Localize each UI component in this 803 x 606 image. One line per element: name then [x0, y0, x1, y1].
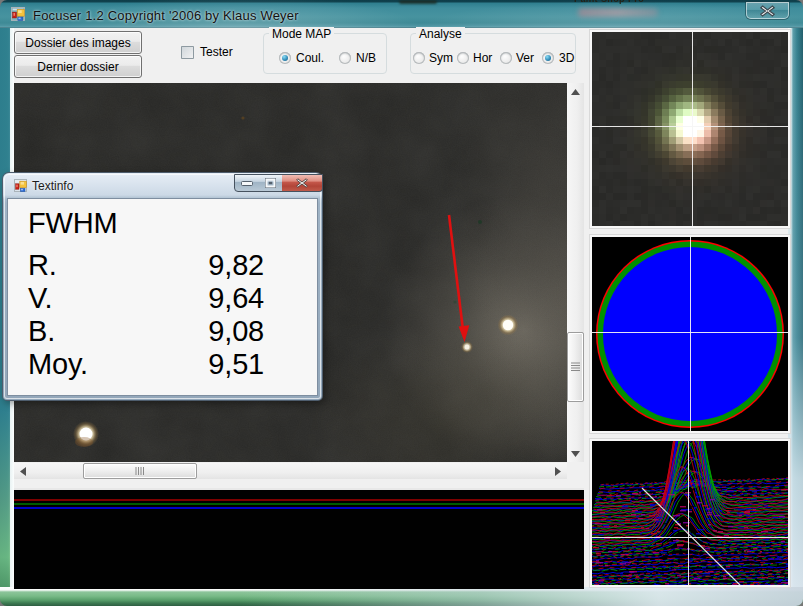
radio-hor-label: Hor	[473, 51, 492, 65]
close-icon	[296, 178, 308, 188]
profile-line-blue	[14, 507, 584, 509]
fwhm-label-b: B.	[28, 315, 55, 348]
profile-line-green	[14, 503, 584, 505]
tester-checkbox[interactable]	[181, 46, 194, 59]
radio-3d-label: 3D	[559, 51, 574, 65]
fwhm-value-moy: 9,51	[204, 348, 264, 381]
arrow-down-icon	[571, 451, 580, 457]
radio-3d[interactable]	[542, 52, 554, 64]
analyse-group-label: Analyse	[416, 27, 465, 41]
tester-checkbox-label: Tester	[200, 45, 233, 59]
textinfo-maximize-button[interactable]	[258, 174, 283, 192]
close-button[interactable]	[746, 2, 789, 19]
fwhm-label-v: V.	[28, 282, 52, 315]
close-icon	[760, 5, 775, 17]
radio-sym[interactable]	[413, 52, 425, 64]
profile-line-red	[14, 499, 584, 501]
star-zoom-image	[592, 32, 788, 226]
fwhm-label-r: R.	[28, 249, 57, 282]
defocus-circle-panel[interactable]	[592, 237, 788, 431]
scroll-up-button[interactable]	[567, 83, 584, 100]
winforms-form-icon	[14, 179, 28, 193]
textinfo-close-button[interactable]	[282, 174, 323, 192]
window-border-right	[788, 28, 803, 591]
vertical-scroll-thumb[interactable]	[567, 332, 584, 402]
maximize-icon	[265, 178, 276, 188]
window-title: Focuser 1.2 Copyright '2006 by Klaus Wey…	[33, 8, 299, 23]
radio-ver-label: Ver	[516, 51, 534, 65]
textinfo-content: FWHM R. 9,82 V. 9,64 B. 9,08 Moy. 9,51	[8, 199, 317, 395]
crosshair-h	[592, 126, 788, 127]
mode-map-group-label: Mode MAP	[269, 27, 334, 41]
scroll-down-button[interactable]	[567, 445, 584, 462]
horizontal-scroll-thumb[interactable]	[83, 463, 197, 479]
fwhm-label-moy: Moy.	[28, 348, 88, 381]
radio-coul-label: Coul.	[296, 51, 324, 65]
application-icon[interactable]	[11, 7, 26, 26]
textinfo-window-icon[interactable]	[14, 179, 28, 197]
star-zoom-panel[interactable]	[592, 32, 788, 226]
fwhm-heading: FWHM	[28, 207, 117, 240]
crosshair-diagonal	[592, 441, 788, 585]
last-folder-button[interactable]: Dernier dossier	[14, 55, 142, 78]
textinfo-window[interactable]: Textinfo FWHM R. 9,82 V. 9,64 B. 9,0	[3, 173, 322, 400]
focuser-app-window: Paint Shop Pro Focuser 1.2 Copyright '20…	[0, 0, 803, 606]
radio-coul[interactable]	[279, 52, 291, 64]
arrow-right-icon	[555, 467, 561, 476]
horizontal-scrollbar[interactable]	[14, 463, 567, 479]
fwhm-value-b: 9,08	[204, 315, 264, 348]
scroll-right-button[interactable]	[549, 463, 567, 479]
rgb-profile-strip	[14, 488, 584, 589]
textinfo-minimize-button[interactable]	[234, 174, 260, 192]
radio-nb-label: N/B	[356, 51, 376, 65]
thumb-grip-icon	[571, 362, 580, 371]
radio-nb[interactable]	[339, 52, 351, 64]
folder-images-button-label: Dossier des images	[25, 36, 130, 50]
crosshair-v	[690, 237, 691, 431]
surface-3d-panel[interactable]	[592, 441, 788, 585]
window-border-bottom	[0, 587, 803, 606]
arrow-up-icon	[571, 89, 580, 95]
fwhm-value-r: 9,82	[204, 249, 264, 282]
folder-images-button[interactable]: Dossier des images	[14, 31, 142, 54]
minimize-icon	[241, 181, 253, 186]
fwhm-value-v: 9,64	[204, 282, 264, 315]
arrow-left-icon	[20, 467, 26, 476]
scroll-left-button[interactable]	[14, 463, 32, 479]
radio-ver[interactable]	[500, 52, 512, 64]
crosshair-v	[692, 32, 693, 226]
textinfo-window-title: Textinfo	[32, 179, 73, 193]
thumb-grip-icon	[135, 467, 144, 475]
radio-hor[interactable]	[457, 52, 469, 64]
last-folder-button-label: Dernier dossier	[37, 60, 118, 74]
winforms-form-icon	[11, 7, 26, 22]
vertical-scrollbar[interactable]	[567, 83, 584, 462]
radio-sym-label: Sym	[429, 51, 453, 65]
